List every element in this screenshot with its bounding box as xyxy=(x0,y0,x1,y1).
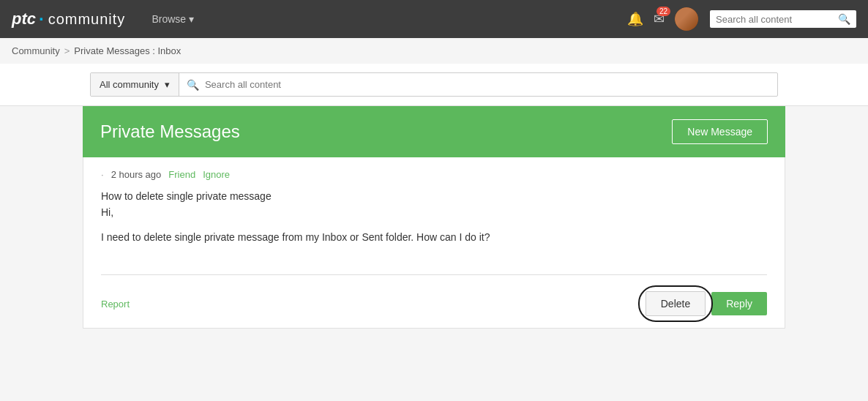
message-time: 2 hours ago xyxy=(111,169,162,180)
avatar[interactable] xyxy=(675,7,698,31)
avatar-image xyxy=(675,7,698,31)
browse-arrow-icon: ▾ xyxy=(189,13,194,25)
search-input-area: 🔍 xyxy=(179,79,777,91)
search-scope-label: All community xyxy=(100,79,159,90)
messages-icon[interactable]: ✉ 22 xyxy=(654,11,665,27)
search-scope-arrow-icon: ▾ xyxy=(165,79,170,90)
logo-area[interactable]: ptc· community xyxy=(12,9,125,29)
report-link[interactable]: Report xyxy=(101,299,130,310)
message-body: I need to delete single private message … xyxy=(101,230,767,245)
action-buttons: Delete Reply xyxy=(646,291,767,316)
notification-bell-icon[interactable]: 🔔 xyxy=(627,11,643,27)
browse-menu[interactable]: Browse ▾ xyxy=(151,13,194,25)
friend-link[interactable]: Friend xyxy=(168,169,195,180)
message-area: · 2 hours ago Friend Ignore How to delet… xyxy=(83,157,785,329)
message-divider xyxy=(101,274,767,275)
search-bar-icon: 🔍 xyxy=(187,79,199,91)
search-section: All community ▾ 🔍 xyxy=(0,64,868,106)
nav-icons: 🔔 ✉ 22 xyxy=(627,7,698,31)
main-content: Private Messages New Message · 2 hours a… xyxy=(83,106,785,329)
pm-title: Private Messages xyxy=(100,121,240,142)
logo-community: community xyxy=(48,11,126,28)
search-input[interactable] xyxy=(205,79,770,90)
logo-dot: · xyxy=(39,9,44,29)
delete-button-wrapper: Delete xyxy=(646,291,706,316)
new-message-button[interactable]: New Message xyxy=(672,119,768,144)
reply-button[interactable]: Reply xyxy=(711,292,767,315)
delete-button[interactable]: Delete xyxy=(646,291,706,316)
top-navigation: ptc· community Browse ▾ 🔔 ✉ 22 🔍 xyxy=(0,0,868,38)
message-subject: How to delete single private message xyxy=(101,190,767,202)
logo-ptc: ptc xyxy=(12,10,36,29)
browse-label: Browse xyxy=(151,13,186,25)
meta-bullet: · xyxy=(101,169,104,180)
nav-search-box[interactable]: 🔍 xyxy=(710,10,856,28)
breadcrumb-separator: > xyxy=(64,45,70,56)
breadcrumb-current: Private Messages : Inbox xyxy=(74,45,181,56)
nav-search-input[interactable] xyxy=(716,14,834,25)
breadcrumb: Community > Private Messages : Inbox xyxy=(0,38,868,64)
nav-search-icon: 🔍 xyxy=(838,13,850,25)
message-greeting: Hi, xyxy=(101,206,767,218)
breadcrumb-home-link[interactable]: Community xyxy=(12,45,60,56)
search-bar: All community ▾ 🔍 xyxy=(90,72,778,97)
message-badge: 22 xyxy=(656,7,670,16)
ignore-link[interactable]: Ignore xyxy=(203,169,230,180)
search-scope-dropdown[interactable]: All community ▾ xyxy=(91,73,179,96)
pm-header: Private Messages New Message xyxy=(83,106,785,157)
message-meta: · 2 hours ago Friend Ignore xyxy=(101,169,767,180)
message-actions: Report Delete Reply xyxy=(101,287,767,316)
